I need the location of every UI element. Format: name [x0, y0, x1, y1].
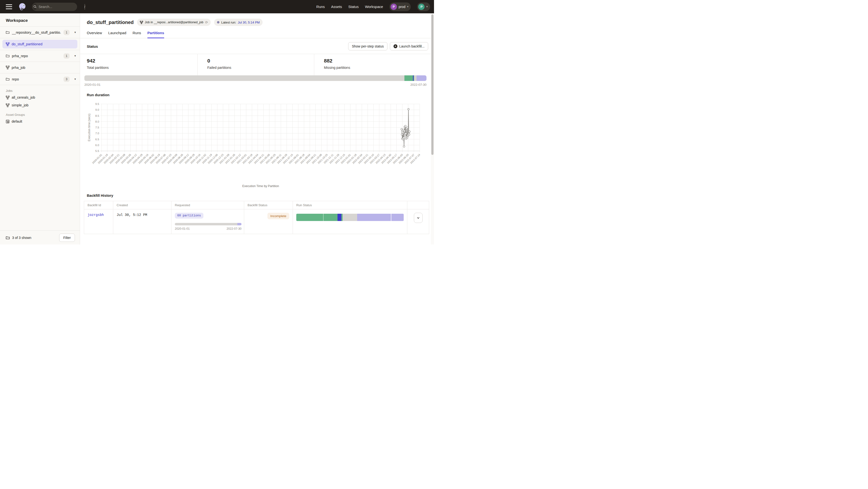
sidebar-repo-row[interactable]: repo 3 ▼ — [0, 73, 80, 85]
nav-link-status[interactable]: Status — [348, 5, 359, 9]
top-nav: / Runs Assets Status Workspace P prod ▾ … — [0, 0, 434, 13]
mini-end-date: 2022-07-30 — [227, 227, 242, 230]
job-icon — [6, 42, 9, 46]
backfill-id-link[interactable]: jozrgsbh — [88, 213, 104, 217]
svg-text:Execution Time by Partition: Execution Time by Partition — [242, 185, 279, 188]
job-label: all_cereals_job — [12, 95, 35, 99]
svg-text:5.5: 5.5 — [95, 150, 99, 153]
chevron-down-icon[interactable]: ▼ — [74, 55, 76, 57]
repo-count-badge: 1 — [64, 53, 70, 59]
job-icon — [140, 21, 143, 24]
svg-text:Execution time (secs): Execution time (secs) — [88, 113, 91, 141]
user-menu[interactable]: P ▾ — [417, 2, 430, 11]
plus-icon: + — [394, 44, 397, 48]
chevron-down-icon: ▾ — [407, 5, 408, 8]
run-duration-title: Run duration — [80, 87, 434, 97]
stat-value: 882 — [324, 58, 434, 64]
search-icon — [33, 4, 37, 10]
asset-group-icon — [6, 120, 9, 123]
folder-icon — [6, 236, 10, 240]
status-section-title: Status — [87, 44, 98, 48]
launch-backfill-button[interactable]: + Launch backfill... — [390, 42, 428, 51]
show-per-step-status-button[interactable]: Show per-step status — [348, 42, 388, 51]
backfill-status-badge: Incomplete — [268, 213, 289, 219]
job-label: prha_job — [12, 66, 25, 70]
job-origin-label: Job in __reposi...artitioned@partitioned… — [145, 21, 203, 24]
deployment-switcher[interactable]: P prod ▾ — [390, 2, 411, 11]
sidebar-item-default-asset-group[interactable]: default — [0, 118, 80, 125]
tab-overview[interactable]: Overview — [87, 31, 102, 38]
sidebar-repo-row[interactable]: prha_repo 1 ▼ — [0, 50, 80, 62]
job-icon — [6, 103, 9, 107]
table-row: jozrgsbh Jul 30, 5:12 PM 60 partitions 2… — [84, 209, 429, 234]
sidebar-item-prha-job[interactable]: prha_job — [0, 62, 80, 73]
chevron-down-icon[interactable]: ▼ — [74, 31, 76, 34]
deployment-avatar: P — [391, 4, 397, 10]
job-icon — [6, 96, 9, 99]
stat-missing-partitions: 882 Missing partitions — [314, 54, 434, 75]
bar-start-date: 2020-01-01 — [84, 83, 101, 87]
requested-partitions-chip[interactable]: 60 partitions — [175, 213, 204, 219]
svg-text:6.5: 6.5 — [95, 138, 99, 141]
svg-text:7.0: 7.0 — [95, 132, 99, 135]
search-shortcut-key: / — [84, 4, 85, 10]
column-header-created: Created — [113, 201, 172, 209]
sidebar-item-do-stuff-partitioned[interactable]: do_stuff_partitioned — [2, 40, 78, 48]
latest-run-prefix: Latest run: — [221, 21, 236, 24]
folder-icon — [6, 54, 9, 58]
search-box[interactable]: / — [32, 3, 77, 11]
repo-name: __repository__do_stuff_partitio... — [12, 31, 61, 34]
hamburger-menu-icon[interactable] — [6, 4, 12, 9]
sidebar-item-simple-job[interactable]: simple_job — [0, 101, 80, 109]
sidebar-repo-row[interactable]: __repository__do_stuff_partitio... 1 ▼ — [0, 27, 80, 38]
expand-row-button[interactable] — [414, 213, 423, 223]
stat-label: Total partitions — [87, 66, 197, 70]
main-content: do_stuff_partitioned Job in __reposi...a… — [80, 13, 434, 244]
latest-run-link[interactable]: Jul 30, 5:14 PM — [238, 21, 260, 24]
sidebar-item-all-cereals-job[interactable]: all_cereals_job — [0, 94, 80, 101]
column-header-expand — [407, 201, 429, 209]
dagster-logo-icon[interactable] — [18, 2, 27, 12]
backfill-history-title: Backfill History — [80, 189, 434, 201]
repo-count-badge: 3 — [64, 76, 70, 82]
partition-stats: 942 Total partitions 0 Failed partitions… — [80, 54, 434, 75]
svg-text:7.5: 7.5 — [95, 126, 99, 129]
stat-value: 0 — [207, 58, 314, 64]
filter-button[interactable]: Filter — [59, 234, 75, 242]
repo-name: repo — [12, 77, 61, 81]
search-input[interactable] — [37, 5, 84, 9]
nav-link-assets[interactable]: Assets — [331, 5, 342, 9]
scrollbar[interactable] — [431, 13, 434, 244]
tab-partitions[interactable]: Partitions — [147, 31, 164, 38]
svg-text:8.5: 8.5 — [95, 115, 99, 117]
scrollbar-thumb[interactable] — [431, 14, 434, 155]
folder-icon — [6, 77, 9, 81]
partition-status-bar[interactable] — [84, 75, 427, 81]
sidebar-title: Workspace — [0, 13, 80, 26]
reload-icon[interactable]: ⟳ — [205, 20, 208, 24]
nav-link-workspace[interactable]: Workspace — [365, 5, 383, 9]
column-header-backfill-id: Backfill Id — [84, 201, 113, 209]
svg-text:6.0: 6.0 — [95, 144, 99, 146]
stat-failed-partitions: 0 Failed partitions — [197, 54, 314, 75]
user-avatar: P — [418, 4, 425, 10]
column-header-requested: Requested — [172, 201, 244, 209]
stat-label: Failed partitions — [207, 66, 314, 70]
bar-end-date: 2022-07-30 — [410, 83, 427, 87]
page-title: do_stuff_partitioned — [87, 20, 133, 25]
column-header-run-status: Run Status — [293, 201, 407, 209]
tab-runs[interactable]: Runs — [133, 31, 141, 38]
deployment-label: prod — [399, 5, 405, 9]
job-origin-pill[interactable]: Job in __reposi...artitioned@partitioned… — [137, 19, 211, 26]
sidebar-footer: 3 of 3 shown Filter — [0, 230, 80, 244]
chevron-down-icon: ▾ — [426, 5, 428, 8]
shown-count-label: 3 of 3 shown — [12, 236, 31, 240]
table-header-row: Backfill Id Created Requested Backfill S… — [84, 201, 429, 209]
run-status-bar[interactable] — [296, 214, 404, 221]
folder-icon — [6, 31, 9, 34]
nav-link-runs[interactable]: Runs — [316, 5, 325, 9]
requested-range-bar — [175, 223, 242, 225]
chevron-down-icon[interactable]: ▼ — [74, 78, 76, 80]
tab-launchpad[interactable]: Launchpad — [108, 31, 126, 38]
svg-text:9.0: 9.0 — [95, 108, 99, 111]
